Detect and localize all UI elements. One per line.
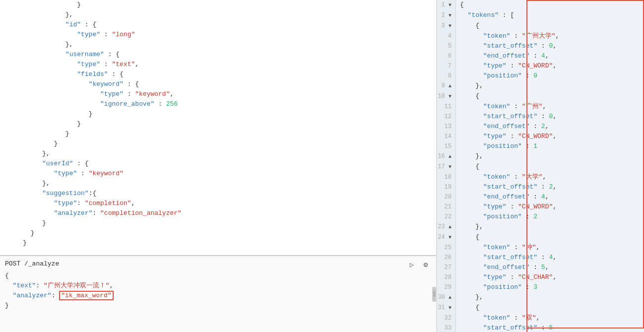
- code-line: "type": "completion",: [0, 199, 436, 208]
- right-code-line: 2 ▼ "tokens" : [: [437, 10, 644, 21]
- right-code-line: 17 ▼ {: [437, 162, 644, 172]
- code-line: }: [0, 109, 436, 119]
- brace-close: }: [5, 301, 431, 311]
- right-code-line: 9 ▲ },: [437, 81, 644, 91]
- code-line: },: [0, 10, 436, 20]
- right-code-line: 24 ▼ {: [437, 232, 644, 243]
- code-line: "id" : {: [0, 20, 436, 30]
- left-panel: } }, "id" : { "type" : "long" },: [0, 0, 437, 332]
- right-code-line: 7 "type" : "CN_WORD",: [437, 61, 644, 71]
- code-line: [0, 248, 436, 255]
- code-line: "type" : "keyword",: [0, 89, 436, 99]
- right-code-line: 26 "start_offset" : 4,: [437, 253, 644, 263]
- code-line: }: [0, 238, 436, 248]
- post-line: POST /_analyze: [5, 259, 431, 269]
- right-code-line: 14 "type" : "CN_WORD",: [437, 132, 644, 141]
- code-line: },: [0, 40, 436, 50]
- analyzer-line: "analyzer": "ik_max_word": [5, 291, 431, 301]
- right-code-line: 3 ▼ {: [437, 21, 644, 31]
- right-code-line: 32 "token" : "双",: [437, 313, 644, 323]
- code-line: "userId" : {: [0, 159, 436, 169]
- right-code-line: 20 "end_offset" : 4,: [437, 192, 644, 202]
- code-line: },: [0, 149, 436, 159]
- right-code-line: 21 "type" : "CN_WORD",: [437, 202, 644, 212]
- code-line: }: [0, 139, 436, 149]
- code-line: }: [0, 129, 436, 139]
- code-line: "ignore_above" : 256: [0, 99, 436, 109]
- right-code-line: 10 ▼ {: [437, 91, 644, 102]
- right-code-line: 30 ▲ },: [437, 292, 644, 303]
- right-code-line: 15 "position" : 1: [437, 141, 644, 151]
- right-code-line: 33 "start_offset" : 5: [437, 323, 644, 332]
- right-code-line: 29 "position" : 3: [437, 282, 644, 292]
- right-code-line: 16 ▲ },: [437, 151, 644, 162]
- code-line: "type" : "keyword": [0, 169, 436, 179]
- right-code-line: 23 ▲ },: [437, 222, 644, 232]
- code-line: }: [0, 0, 436, 10]
- code-line: "analyzer": "completion_analyzer": [0, 208, 436, 218]
- right-code-line: 8 "position" : 0: [437, 71, 644, 81]
- code-line: "keyword" : {: [0, 79, 436, 89]
- right-code-line: 12 "start_offset" : 0,: [437, 112, 644, 122]
- code-line: "suggestion":{: [0, 189, 436, 199]
- run-icon[interactable]: ▷: [406, 259, 417, 270]
- code-line: },: [0, 179, 436, 189]
- brace-open: {: [5, 271, 431, 281]
- text-line: "text": "广州大学冲双一流！",: [5, 281, 431, 291]
- code-line: "type" : "long": [0, 30, 436, 40]
- divider-handle[interactable]: ║: [432, 287, 436, 302]
- bottom-toolbar: ▷ ⚙: [406, 259, 431, 270]
- right-code-line: 28 "type" : "CN_CHAR",: [437, 272, 644, 282]
- right-code-line: 11 "token" : "广州",: [437, 102, 644, 112]
- code-line: }: [0, 228, 436, 238]
- settings-icon[interactable]: ⚙: [420, 259, 431, 270]
- code-line: }: [0, 119, 436, 129]
- left-code-area[interactable]: } }, "id" : { "type" : "long" },: [0, 0, 436, 255]
- code-line: "type" : "text",: [0, 60, 436, 69]
- code-line: "fields" : {: [0, 69, 436, 79]
- right-code-line: 13 "end_offset" : 2,: [437, 122, 644, 132]
- right-code-line: 25 "token" : "冲",: [437, 243, 644, 253]
- right-code-line: 19 "start_offset" : 2,: [437, 182, 644, 192]
- bottom-code-text: POST /_analyze { "text": "广州大学冲双一流！", "a…: [0, 256, 436, 314]
- left-bottom-panel: ▷ ⚙ ║ POST /_analyze { "text": "广州大学冲双一流…: [0, 255, 436, 332]
- right-code-line: 5 "start_offset" : 0,: [437, 41, 644, 51]
- right-code-line: 1 ▼ {: [437, 0, 644, 10]
- right-code-line: 27 "end_offset" : 5,: [437, 263, 644, 272]
- right-panel[interactable]: 1 ▼ { 2 ▼ "tokens" : [ 3 ▼ { 4 "token" :…: [437, 0, 644, 332]
- right-code-line: 6 "end_offset" : 4,: [437, 51, 644, 61]
- code-line: "username" : {: [0, 50, 436, 60]
- code-line: }: [0, 218, 436, 228]
- right-code-line: 31 ▼ {: [437, 303, 644, 313]
- right-code-line: 22 "position" : 2: [437, 212, 644, 222]
- right-code-line: 18 "token" : "大学",: [437, 172, 644, 182]
- method-label: POST /_analyze: [5, 260, 59, 267]
- right-code-line: 4 "token" : "广州大学",: [437, 31, 644, 41]
